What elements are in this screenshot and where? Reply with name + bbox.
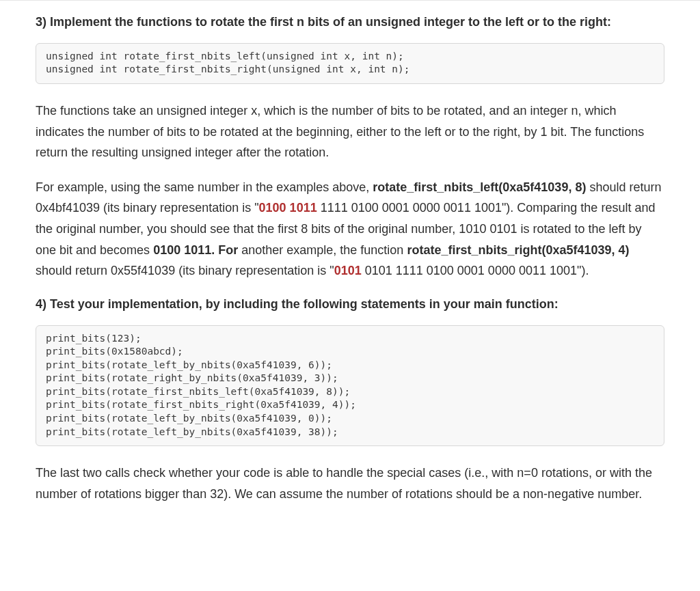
code-block-tests: print_bits(123); print_bits(0x1580abcd);… [36,325,664,447]
function-call-left: rotate_first_nbits_left(0xa5f41039, 8) [373,180,586,194]
code-block-prototypes: unsigned int rotate_first_nbits_left(uns… [36,43,664,84]
function-call-right: rotate_first_nbits_right(0xa5f41039, 4) [407,243,629,257]
document-page: 3) Implement the functions to rotate the… [0,0,700,519]
text-fragment: 0101 1111 0100 0001 0000 0011 1001"). [362,264,589,277]
binary-highlight: 0100 1011 [259,201,317,215]
bold-fragment: 0100 1011. For [153,243,238,257]
section-4-heading: 4) Test your implementation, by includin… [36,295,664,314]
section-3-para-1: The functions take an unsigned integer x… [36,100,664,163]
section-4-para: The last two calls check whether your co… [36,463,664,504]
section-3-heading: 3) Implement the functions to rotate the… [36,13,664,32]
section-3-para-2: For example, using the same number in th… [36,177,664,281]
binary-highlight: 0101 [334,264,362,277]
text-fragment: should return 0x55f41039 (its binary rep… [36,264,334,277]
text-fragment: For example, using the same number in th… [36,180,373,194]
text-fragment: another example, the function [238,243,407,257]
